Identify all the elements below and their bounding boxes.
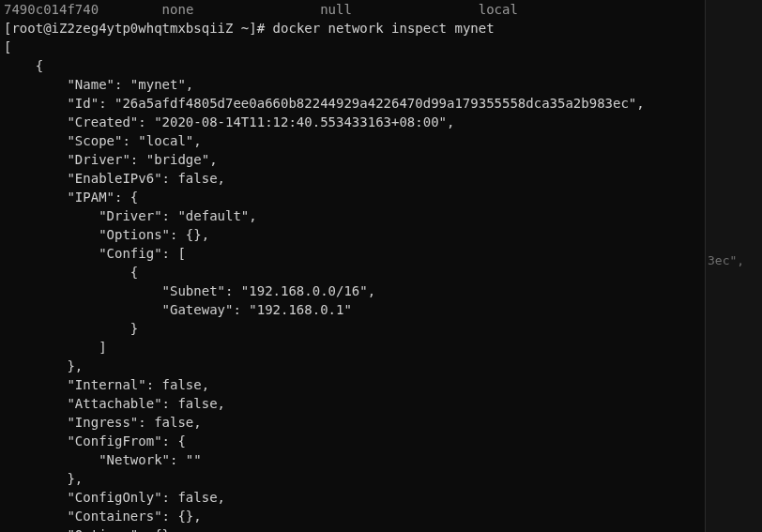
output-line: "Driver": "default", xyxy=(4,206,701,225)
background-text-fragment: 3ec", xyxy=(708,253,744,267)
output-line: }, xyxy=(4,469,701,488)
command-text: docker network inspect mynet xyxy=(273,21,495,36)
header-local-fragment: local xyxy=(479,0,518,19)
header-id-fragment: 7490c014f740 xyxy=(4,0,99,19)
prompt-line[interactable]: [root@iZ2zeg4ytp0whqtmxbsqiiZ ~]# docker… xyxy=(4,19,701,38)
output-line: "Attachable": false, xyxy=(4,394,701,413)
output-line: "Subnet": "192.168.0.0/16", xyxy=(4,281,701,300)
output-line: "Gateway": "192.168.0.1" xyxy=(4,300,701,319)
output-line: "Internal": false, xyxy=(4,375,701,394)
output-line: }, xyxy=(4,357,701,375)
background-window: 3ec", xyxy=(706,0,762,532)
output-line: "EnableIPv6": false, xyxy=(4,169,701,188)
output-line: "Options": {}, xyxy=(4,225,701,244)
output-line: "Scope": "local", xyxy=(4,131,701,150)
terminal-header-row: 7490c014f740 none null local xyxy=(4,0,701,19)
shell-prompt: [root@iZ2zeg4ytp0whqtmxbsqiiZ ~]# xyxy=(4,21,265,36)
output-line: "Ingress": false, xyxy=(4,413,701,432)
header-scope-fragment: null xyxy=(320,0,352,19)
output-line: "Driver": "bridge", xyxy=(4,150,701,169)
output-line: "IPAM": { xyxy=(4,188,701,206)
output-line: { xyxy=(4,263,701,281)
output-line: { xyxy=(4,56,701,75)
output-line: "ConfigFrom": { xyxy=(4,432,701,450)
output-line: "Containers": {}, xyxy=(4,507,701,525)
terminal-window[interactable]: 7490c014f740 none null local [root@iZ2ze… xyxy=(0,0,706,532)
output-line: } xyxy=(4,319,701,338)
output-line: "Name": "mynet", xyxy=(4,75,701,94)
header-driver-fragment: none xyxy=(162,0,194,19)
output-line: ] xyxy=(4,338,701,357)
output-line: "Config": [ xyxy=(4,244,701,263)
output-line: [ xyxy=(4,38,701,56)
output-line: "Network": "" xyxy=(4,450,701,469)
output-line: "Created": "2020-08-14T11:12:40.55343316… xyxy=(4,113,701,131)
output-line: "Id": "26a5afdf4805d7ee0a660b82244929a42… xyxy=(4,94,701,113)
output-line: "Options": {}, xyxy=(4,525,701,532)
output-line: "ConfigOnly": false, xyxy=(4,488,701,507)
